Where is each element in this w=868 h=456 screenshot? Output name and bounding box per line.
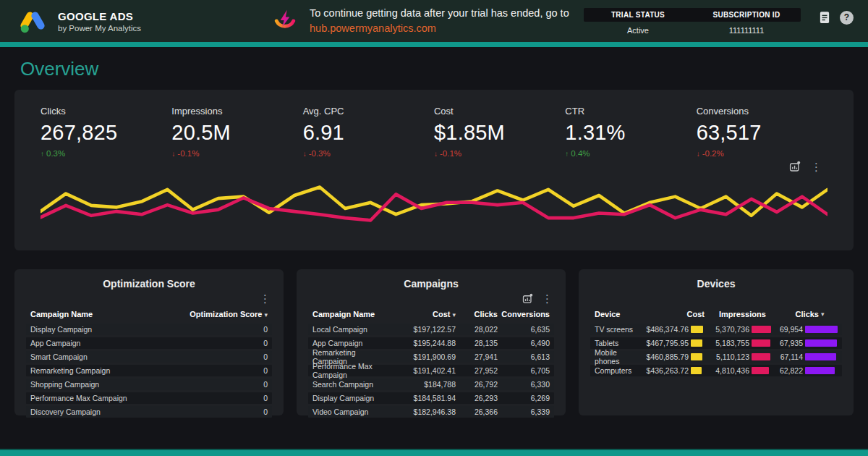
cost-cell: $486,374.76 [635,325,703,334]
kebab-menu-icon[interactable]: ⋮ [542,293,553,304]
kpi-value: 1.31% [565,121,696,145]
kpi-change-value: -0.1% [177,149,199,158]
kpi-value: $1.85M [434,121,565,145]
column-header[interactable]: Campaign Name [30,310,188,318]
conversions-cell: 6,635 [498,325,550,334]
kpi-change-value: 0.3% [46,149,65,158]
trend-arrow-icon: ↓ [171,150,175,158]
campaign-name-cell: Display Campaign [30,325,188,334]
trial-link[interactable]: hub.powermyanalytics.com [310,22,436,34]
kpi-row: Clicks 267,825 ↑0.3% Impressions 20.5M ↓… [41,106,827,158]
table-row: Mobile phones $460,885.79 5,110,123 67,1… [590,351,842,363]
sort-caret-icon: ▾ [264,311,268,318]
conversions-cell: 6,705 [498,366,550,375]
score-cell: 0 [188,352,268,361]
clicks-bar [805,353,838,360]
column-header[interactable]: Clicks [456,310,498,318]
conversions-cell: 6,330 [498,380,550,389]
kpi-card: Clicks 267,825 ↑0.3% [41,106,171,158]
table-row: Performance Max Campaign $191,402.41 27,… [308,365,554,376]
column-header-sorted[interactable]: Optimization Score▾ [188,310,268,318]
impressions-bar [752,353,771,360]
impressions-cell: 5,183,755 [703,339,771,347]
table-row: TV screens $486,374.76 5,370,736 69,954 [590,324,842,335]
device-cell: TV screens [595,325,635,334]
column-header[interactable]: Cost [651,310,705,318]
campaign-name-cell: Performance Max Campaign [30,394,188,402]
cost-cell: $197,122.57 [389,325,456,334]
kpi-label: Impressions [171,106,302,117]
table-row: Search Campaign $184,788 26,792 6,330 [308,379,554,390]
tables-row: Optimization Score ⋮ Campaign Name Optim… [14,269,854,415]
clicks-cell: 27,941 [456,352,498,361]
column-header-sorted[interactable]: Clicks▾ [787,310,825,318]
report-chart-icon[interactable] [789,161,801,172]
campaign-name-cell: Performance Max Campaign [312,362,389,379]
kpi-card: Avg. CPC 6.91 ↓-0.3% [303,106,434,158]
trend-arrow-icon: ↓ [303,150,307,158]
document-icon[interactable] [820,11,830,24]
campaign-name-cell: Remarketing Campaign [30,366,188,375]
cost-cell: $195,244.88 [389,339,456,347]
column-header[interactable]: Impressions [719,310,765,318]
campaign-name-cell: App Campaign [30,339,188,347]
report-chart-icon[interactable] [522,293,533,304]
kpi-card: Cost $1.85M ↓-0.1% [434,106,565,158]
trend-arrow-icon: ↑ [565,150,569,158]
optimization-card-tools: ⋮ [26,291,271,305]
trend-line-chart [41,177,827,240]
kebab-menu-icon[interactable]: ⋮ [811,161,822,172]
subscription-id-value: 111111111 [692,26,801,35]
clicks-cell: 27,952 [456,366,498,375]
table-row: Performance Max Campaign 0 [26,392,272,404]
trend-arrow-icon: ↓ [434,150,438,158]
clicks-cell: 62,822 [771,366,838,375]
conversions-cell: 6,490 [498,339,550,347]
power-my-analytics-icon [272,8,298,34]
table-row: Local Campaign $197,122.57 28,022 6,635 [308,324,554,335]
score-cell: 0 [188,380,268,389]
cost-cell: $182,946.38 [389,408,456,416]
kpi-card: CTR 1.31% ↑0.4% [565,106,696,158]
kpi-value: 6.91 [303,121,434,145]
overview-card-tools: ⋮ [41,159,822,174]
impressions-bar [752,326,771,333]
table-row: Discovery Campaign 0 [26,406,272,418]
kebab-menu-icon[interactable]: ⋮ [260,293,271,304]
cost-cell: $436,263.72 [635,366,703,375]
table-row: App Campaign $195,244.88 28,135 6,490 [308,337,554,349]
kpi-change-value: -0.3% [309,149,331,158]
table-row: Tablets $467,795.95 5,183,755 67,935 [590,337,842,349]
kpi-change: ↓-0.3% [303,149,434,158]
cost-cell: $467,795.95 [635,339,703,347]
column-header[interactable]: Conversions [498,310,550,318]
optimization-table-body: Display Campaign 0 App Campaign 0 Smart … [26,324,272,418]
kpi-change: ↓-0.1% [434,149,565,158]
table-row: Remarketing Campaign $191,900.69 27,941 … [308,351,554,363]
campaigns-table-body: Local Campaign $197,122.57 28,022 6,635 … [308,324,554,418]
trend-arrow-icon: ↑ [41,150,44,158]
conversions-cell: 6,613 [498,352,550,361]
column-header[interactable]: Campaign Name [312,310,389,318]
kpi-card: Impressions 20.5M ↓-0.1% [171,106,302,158]
kpi-value: 20.5M [171,121,302,145]
column-header[interactable]: Device [595,310,651,318]
cost-bar [691,339,703,347]
kpi-change: ↑0.4% [565,149,696,158]
kpi-card: Conversions 63,517 ↓-0.2% [697,106,827,158]
help-icon[interactable]: ? [840,11,854,25]
top-header: GOOGLE ADS by Power My Analytics To cont… [0,0,868,42]
overview-card: Clicks 267,825 ↑0.3% Impressions 20.5M ↓… [14,90,854,250]
cost-cell: $184,581.94 [389,394,456,402]
clicks-cell: 69,954 [771,325,838,334]
kpi-change: ↓-0.2% [697,149,827,158]
cost-bar [691,326,703,333]
brand-text: GOOGLE ADS by Power My Analytics [58,10,141,33]
trial-message-text: To continue getting data after your tria… [310,7,569,19]
column-header-sorted[interactable]: Cost▾ [389,310,456,318]
clicks-cell: 67,935 [771,339,838,347]
conversions-cell: 6,339 [498,408,550,416]
cost-bar [691,353,703,360]
app-subtitle: by Power My Analytics [58,24,141,33]
table-title: Devices [590,278,842,290]
